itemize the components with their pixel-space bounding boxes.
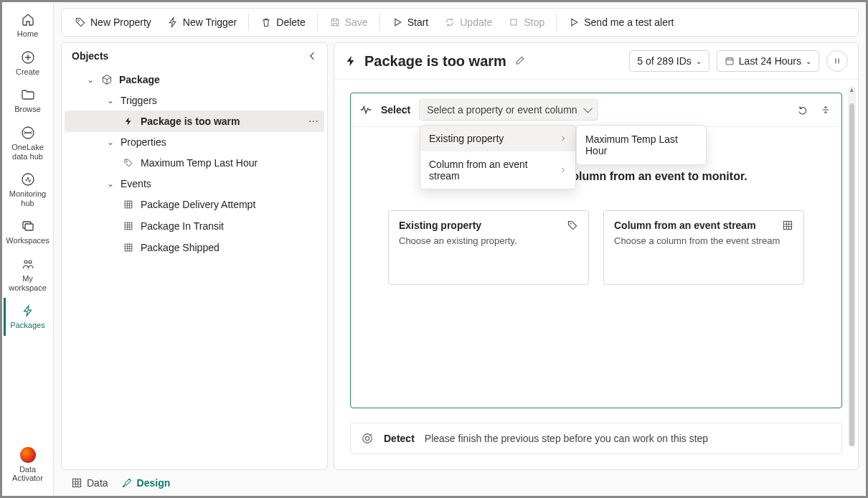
tree-event-item[interactable]: Package Shipped bbox=[65, 237, 324, 258]
select-submenu: Maximum Temp Last Hour bbox=[576, 125, 707, 165]
time-selector[interactable]: Last 24 Hours ⌄ bbox=[717, 50, 819, 72]
save-icon bbox=[329, 17, 341, 28]
tree-trigger-item[interactable]: Package is too warm ⋯ bbox=[65, 111, 324, 132]
rail-packages[interactable]: Packages bbox=[4, 298, 49, 336]
chevron-down-icon: ⌄ bbox=[86, 75, 95, 85]
trash-icon bbox=[260, 17, 272, 28]
rail-home[interactable]: Home bbox=[5, 6, 51, 44]
rail-onelake[interactable]: OneLake data hub bbox=[5, 120, 51, 166]
rail-workspaces[interactable]: Workspaces bbox=[5, 213, 51, 251]
select-step-label: Select bbox=[381, 104, 410, 116]
new-trigger-button[interactable]: New Trigger bbox=[160, 12, 244, 32]
objects-title: Objects bbox=[72, 50, 108, 62]
folder-icon bbox=[19, 86, 37, 103]
tree-package[interactable]: ⌄ Package bbox=[65, 69, 324, 90]
svg-point-6 bbox=[29, 260, 32, 263]
detect-label: Detect bbox=[384, 433, 415, 444]
calendar-icon bbox=[725, 56, 735, 66]
select-dropdown-menu: Existing property Column from an event s… bbox=[420, 125, 576, 189]
grid-icon bbox=[122, 198, 135, 211]
collapse-vertical-icon[interactable] bbox=[819, 103, 833, 117]
rail-browse[interactable]: Browse bbox=[5, 82, 51, 120]
save-button: Save bbox=[322, 12, 375, 32]
tree-event-item[interactable]: Package Delivery Attempt bbox=[65, 194, 324, 215]
chevron-down-icon: ⌄ bbox=[696, 57, 702, 65]
grid-icon bbox=[71, 477, 82, 489]
data-activator-icon bbox=[19, 446, 37, 464]
objects-panel: Objects ⌄ Package ⌄ Trigg bbox=[61, 42, 328, 470]
pause-button[interactable] bbox=[826, 50, 848, 72]
footer-tab-data[interactable]: Data bbox=[71, 477, 108, 489]
rail-label: Browse bbox=[14, 105, 41, 114]
content-header: Package is too warm 5 of 289 IDs ⌄ bbox=[334, 43, 858, 80]
svg-rect-13 bbox=[726, 58, 733, 65]
menu-existing-property[interactable]: Existing property bbox=[420, 126, 575, 151]
stop-icon bbox=[508, 17, 519, 28]
brush-icon bbox=[121, 477, 133, 489]
grid-icon bbox=[122, 241, 135, 254]
send-test-alert-button[interactable]: Send me a test alert bbox=[561, 12, 681, 32]
rail-monitoring[interactable]: Monitoring hub bbox=[5, 166, 51, 213]
svg-rect-8 bbox=[511, 19, 516, 25]
card-column-event-stream[interactable]: Column from an event stream Choose a col… bbox=[603, 210, 804, 285]
play-outline-icon bbox=[568, 17, 580, 28]
rail-my-workspace[interactable]: My workspace bbox=[5, 251, 51, 298]
undo-icon[interactable] bbox=[796, 103, 810, 117]
footer-tabs: Data Design bbox=[54, 470, 866, 496]
main-area: New Property New Trigger Delete S bbox=[54, 2, 866, 496]
select-step-card: Select Select a property or event column bbox=[350, 93, 842, 408]
svg-rect-11 bbox=[125, 222, 132, 230]
scroll-thumb[interactable] bbox=[849, 103, 854, 446]
tag-icon bbox=[75, 17, 86, 28]
object-tree: ⌄ Package ⌄ Triggers Packa bbox=[62, 66, 327, 266]
select-property-dropdown[interactable]: Select a property or event column bbox=[419, 99, 598, 121]
play-icon bbox=[392, 17, 403, 28]
collapse-panel-icon[interactable] bbox=[307, 50, 319, 62]
detect-hint: Please finish the previous step before y… bbox=[425, 433, 708, 444]
top-toolbar: New Property New Trigger Delete S bbox=[61, 8, 859, 37]
monitor-icon bbox=[19, 171, 37, 188]
tree-triggers[interactable]: ⌄ Triggers bbox=[65, 90, 324, 111]
tag-icon bbox=[122, 156, 135, 169]
card-existing-property[interactable]: Existing property Choose an existing pro… bbox=[388, 210, 589, 285]
start-button[interactable]: Start bbox=[385, 12, 436, 32]
edit-icon[interactable] bbox=[514, 55, 525, 67]
svg-rect-12 bbox=[125, 244, 132, 251]
tree-property-item[interactable]: Maximum Temp Last Hour bbox=[65, 152, 324, 174]
bolt-icon bbox=[167, 17, 179, 28]
ids-selector[interactable]: 5 of 289 IDs ⌄ bbox=[629, 50, 709, 72]
new-property-button[interactable]: New Property bbox=[67, 12, 159, 32]
cube-icon bbox=[100, 73, 113, 86]
svg-point-5 bbox=[24, 260, 27, 263]
rail-label: Packages bbox=[10, 321, 44, 330]
workspaces-icon bbox=[19, 217, 37, 235]
content-body: Select Select a property or event column bbox=[334, 80, 858, 469]
app-root: Home Create Browse OneLake data hub Moni… bbox=[2, 2, 866, 496]
content-panel: Package is too warm 5 of 289 IDs ⌄ bbox=[334, 42, 859, 470]
svg-rect-15 bbox=[783, 221, 791, 229]
footer-tab-design[interactable]: Design bbox=[121, 477, 171, 489]
menu-column-from-stream[interactable]: Column from an event stream bbox=[420, 151, 575, 189]
delete-button[interactable]: Delete bbox=[253, 12, 312, 32]
onelake-icon bbox=[19, 124, 37, 141]
svg-point-17 bbox=[365, 436, 369, 440]
update-button: Update bbox=[437, 12, 499, 32]
svg-rect-18 bbox=[72, 479, 80, 487]
rail-label: OneLake data hub bbox=[5, 143, 51, 161]
rail-label: My workspace bbox=[5, 274, 51, 292]
rail-label: Monitoring hub bbox=[5, 189, 51, 207]
rail-data-activator[interactable]: Data Activator bbox=[5, 442, 51, 489]
tree-event-item[interactable]: Package In Transit bbox=[65, 215, 324, 237]
tree-properties[interactable]: ⌄ Properties bbox=[65, 132, 324, 152]
rail-create[interactable]: Create bbox=[5, 44, 51, 83]
chevron-down-icon: ⌄ bbox=[806, 57, 811, 65]
scroll-up-icon: ▲ bbox=[848, 86, 856, 93]
grid-icon bbox=[122, 220, 135, 232]
more-icon[interactable]: ⋯ bbox=[308, 116, 319, 127]
my-workspace-icon bbox=[19, 255, 37, 273]
scrollbar[interactable]: ▲ bbox=[848, 86, 856, 446]
bolt-filled-icon bbox=[344, 55, 357, 67]
submenu-max-temp[interactable]: Maximum Temp Last Hour bbox=[577, 127, 706, 163]
body-split: Objects ⌄ Package ⌄ Trigg bbox=[61, 42, 859, 470]
tree-events[interactable]: ⌄ Events bbox=[65, 174, 324, 194]
